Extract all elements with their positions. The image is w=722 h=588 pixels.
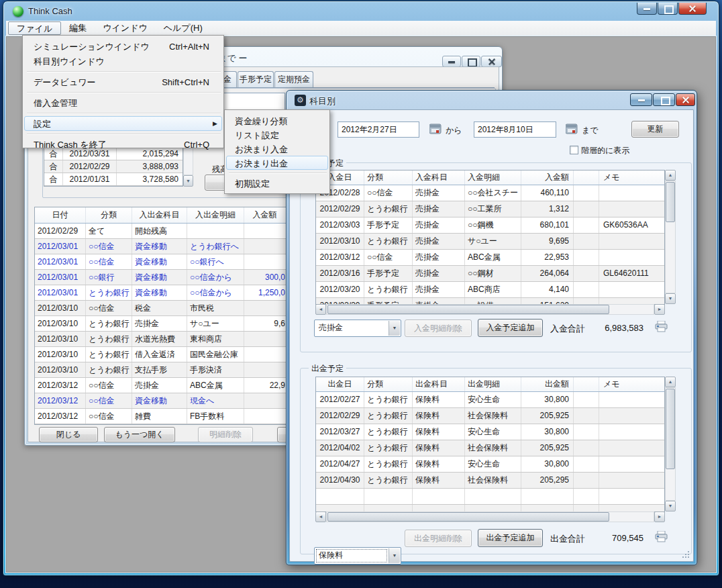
file-menu-item[interactable]: データビュワー Shift+Ctrl+N [24, 75, 222, 89]
sim-table-row[interactable]: 2012/03/10 とうわ銀行 水道光熱費 東和商店 [35, 332, 290, 347]
tab-tegata-yotei[interactable]: 手形予定 [238, 71, 274, 87]
hierarchical-checkbox[interactable] [570, 146, 578, 154]
withdrawal-row[interactable]: 2012/04/02 とうわ銀行 保険料 社会保険料 205,925 [316, 440, 664, 456]
submenu-item[interactable]: お決まり入金 [226, 142, 328, 156]
withdrawal-row[interactable] [316, 505, 664, 511]
sim-table-row[interactable]: 2012/03/10 ○○信金 税金 市民税 [35, 301, 290, 316]
withdrawal-hscrollbar[interactable]: ◄ ► [315, 511, 665, 522]
print-icon[interactable] [655, 531, 668, 542]
deposit-add-button[interactable]: 入金予定追加 [478, 319, 543, 337]
scroll-left-icon[interactable]: ◄ [315, 511, 326, 522]
kamoku-maximize-button[interactable] [653, 93, 675, 106]
file-menu-item[interactable]: 借入金管理 [24, 95, 222, 110]
deposit-vscroll-thumb[interactable] [666, 182, 675, 222]
submenu-item[interactable]: リスト設定 [226, 128, 328, 142]
sim-table-row[interactable]: 2012/03/12 ○○信金 売掛金 ABC金属 22,9 [35, 378, 290, 393]
withdrawal-row[interactable]: 2012/04/30 とうわ銀行 保険料 社会保険料 205,295 [316, 473, 664, 489]
deposit-row[interactable]: 2012/03/16 手形予定 売掛金 ○○鋼材 264,064 GL64620… [316, 266, 664, 282]
menubar-item[interactable]: 編集 [61, 21, 95, 35]
file-menu-item[interactable]: シミュレーションウインドウ Ctrl+Alt+N [24, 39, 222, 54]
kamoku-minimize-button[interactable] [630, 93, 652, 106]
print-icon[interactable] [655, 321, 668, 332]
summary-row[interactable]: 合 2012/02/29 3,888,093 [44, 160, 183, 173]
deposit-row[interactable]: 2012/02/28 ○○信金 売掛金 ○○会社スチー 460,110 [316, 185, 664, 201]
withdrawal-row[interactable] [316, 489, 664, 505]
deposit-filter-dropdown[interactable]: 売掛金 ▼ [314, 320, 401, 337]
withdrawal-delete-button[interactable]: 出金明細削除 [405, 530, 472, 547]
submenu-item[interactable]: 初期設定 [226, 176, 328, 190]
scroll-right-icon[interactable]: ► [654, 304, 665, 315]
withdrawal-vscroll-thumb[interactable] [666, 389, 675, 469]
submenu-item[interactable]: 資金繰り分類 [226, 113, 328, 128]
scroll-up-icon[interactable]: ▲ [665, 170, 676, 181]
deposit-hscroll-thumb[interactable] [327, 305, 609, 314]
menubar-item[interactable]: ウインドウ [95, 21, 156, 35]
deposit-hscrollbar[interactable]: ◄ ► [315, 304, 665, 315]
scroll-up-icon[interactable]: ▲ [665, 377, 676, 387]
withdrawal-add-button[interactable]: 出金予定追加 [478, 529, 543, 547]
kamoku-close-button[interactable] [676, 93, 695, 106]
summary-scrollbar[interactable]: ▼ [183, 147, 193, 187]
file-menu-item[interactable]: 科目別ウインドウ [24, 54, 222, 68]
balance-summary-table: 合 2012/03/31 2,015,294 合 2012/02/29 3,88… [44, 147, 183, 187]
date-to-input[interactable] [474, 121, 556, 138]
resize-grip[interactable] [682, 550, 690, 559]
close-window-button[interactable]: 閉じる [39, 427, 98, 442]
kamoku-body: から まで 更新 階層的に表示 入金予定 入金日 分類 [289, 109, 694, 562]
deposit-row[interactable]: 2012/03/10 とうわ銀行 売掛金 サ○ユー 9,695 [316, 234, 664, 250]
minimize-button[interactable] [637, 3, 657, 15]
withdrawal-row[interactable]: 2012/03/27 とうわ銀行 保険料 安心生命 30,800 [316, 424, 664, 440]
deposit-delete-button[interactable]: 入金明細削除 [405, 320, 472, 337]
deposit-row[interactable]: 2012/02/29 とうわ銀行 売掛金 ○○工業所 1,312 [316, 201, 664, 217]
withdrawal-filter-dropdown[interactable]: 保険料 ▼ [314, 547, 401, 565]
withdrawal-row[interactable]: 2012/02/29 とうわ銀行 保険料 社会保険料 205,925 [316, 408, 664, 424]
calendar-icon[interactable] [566, 124, 578, 134]
close-button[interactable] [678, 3, 707, 15]
withdrawal-vscrollbar[interactable]: ▲ ▼ [665, 377, 676, 511]
withdrawal-table: 出金日 分類 出金科目 出金明細 出金額 メモ 2012/02/27 [315, 377, 665, 512]
sim-transaction-table: 日付 分類 入出金科目 入出金明細 入金額 2012/02/29 全て [34, 207, 291, 425]
withdrawal-hscroll-thumb[interactable] [327, 512, 609, 522]
tab-teiki-yokin[interactable]: 定期預金 [274, 71, 313, 87]
sim-table-row[interactable]: 2012/03/10 とうわ銀行 借入金返済 国民金融公庫 [35, 347, 290, 362]
scroll-down-icon[interactable]: ▼ [665, 501, 676, 511]
deposit-row[interactable]: 2012/03/12 ○○信金 売掛金 ABC金属 22,953 [316, 250, 664, 266]
scroll-down-icon[interactable]: ▼ [665, 293, 676, 304]
scroll-right-icon[interactable]: ► [654, 511, 665, 522]
calendar-icon[interactable] [429, 124, 442, 134]
settings-submenu: 資金繰り分類 リスト設定 お決まり入金 お決まり出金 初期設定 [224, 109, 330, 194]
sim-table-row[interactable]: 2012/03/10 とうわ銀行 売掛金 サ○ユー 9,6 [35, 316, 290, 332]
sim-table-row[interactable]: 2012/03/10 とうわ銀行 支払手形 手形決済 [35, 362, 290, 378]
deposit-row[interactable]: 2012/03/20 とうわ銀行 売掛金 ABC商店 4,140 [316, 282, 664, 298]
deposit-total-value: 6,983,583 [593, 323, 643, 333]
sim-table-row[interactable]: 2012/02/29 全て 開始残高 [35, 224, 290, 239]
delete-detail-button[interactable]: 明細削除 [198, 427, 253, 442]
file-menu-item[interactable]: 設定 ▶ [24, 116, 222, 131]
maximize-button[interactable] [658, 3, 678, 15]
scroll-left-icon[interactable]: ◄ [315, 304, 326, 315]
deposit-vscrollbar[interactable]: ▲ ▼ [665, 170, 676, 304]
main-titlebar[interactable]: Think Cash [3, 1, 719, 21]
sim-maximize-button[interactable] [462, 56, 480, 67]
scroll-down-icon[interactable]: ▼ [183, 175, 193, 187]
deposit-row[interactable]: 2012/03/30 手形予定 売掛金 ○○設備 151,620 [316, 298, 664, 304]
submenu-item[interactable]: お決まり出金 [226, 156, 328, 170]
summary-row[interactable]: 合 2012/01/31 3,728,580 [44, 173, 183, 186]
sim-table-row[interactable]: 2012/03/12 ○○信金 雑費 FB手数料 [35, 409, 290, 424]
update-button[interactable]: 更新 [631, 121, 679, 138]
withdrawal-row[interactable]: 2012/02/27 とうわ銀行 保険料 安心生命 30,800 [316, 392, 664, 408]
open-another-button[interactable]: もう一つ開く [104, 427, 175, 442]
sim-table-row[interactable]: 2012/03/01 ○○信金 資金移動 ○○銀行へ [35, 254, 290, 270]
menubar-item[interactable]: ヘルプ(H) [156, 21, 211, 35]
sim-table-row[interactable]: 2012/03/01 ○○信金 資金移動 とうわ銀行へ [35, 239, 290, 254]
sim-table-row[interactable]: 2012/03/12 ○○信金 資金移動 現金へ [35, 393, 290, 409]
file-menu-item[interactable]: Think Cash を終了 Ctrl+Q [24, 137, 222, 152]
sim-table-row[interactable]: 2012/03/01 ○○銀行 資金移動 ○○信金から 300,0 [35, 270, 290, 285]
withdrawal-row[interactable]: 2012/04/27 とうわ銀行 保険料 安心生命 30,800 [316, 456, 664, 473]
deposit-row[interactable]: 2012/03/03 手形予定 売掛金 ○○鋼機 680,101 GK60536… [316, 217, 664, 234]
date-from-input[interactable] [338, 121, 419, 138]
sim-close-button[interactable] [481, 56, 502, 67]
menubar-item[interactable]: ファイル [8, 21, 61, 35]
sim-table-row[interactable]: 2012/03/01 とうわ銀行 資金移動 ○○信金から 1,250,0 [35, 285, 290, 301]
sim-minimize-button[interactable] [442, 56, 461, 67]
